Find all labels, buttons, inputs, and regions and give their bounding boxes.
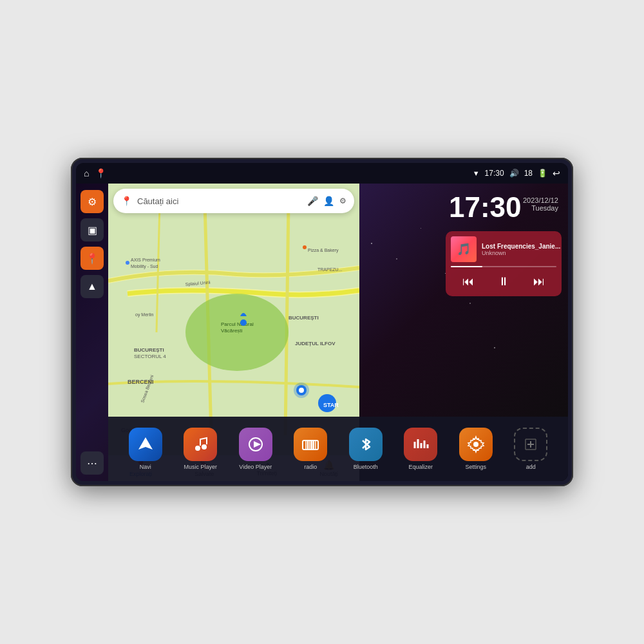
music-player-icon — [184, 428, 217, 461]
navi-icon — [129, 428, 162, 461]
svg-text:Parcul Natural: Parcul Natural — [221, 321, 254, 327]
sidebar-apps-icon[interactable]: ⋯ — [80, 451, 104, 475]
bluetooth-label: Bluetooth — [354, 464, 378, 470]
equalizer-icon — [404, 428, 437, 461]
volume-icon: 🔊 — [509, 169, 519, 178]
app-music-player[interactable]: Music Player — [184, 428, 217, 470]
album-art: 🎵 — [451, 236, 477, 262]
sidebar-files-icon[interactable]: ▣ — [80, 218, 104, 242]
radio-icon — [294, 428, 327, 461]
map-background[interactable]: Parcul Natural Văcărești BUCUREȘTI SECTO… — [108, 184, 359, 455]
music-info-row: 🎵 Lost Frequencies_Janie... Unknown — [451, 236, 556, 262]
sidebar-settings-icon[interactable]: ⚙ — [80, 190, 104, 213]
status-bar: ⌂ 📍 ▼ 17:30 🔊 18 🔋 ↩ — [76, 163, 568, 184]
svg-text:BUCUREȘTI: BUCUREȘTI — [289, 315, 319, 321]
clock-section: 17:30 2023/12/12 Tuesday — [439, 184, 568, 228]
status-right: ▼ 17:30 🔊 18 🔋 ↩ — [473, 168, 560, 178]
svg-text:BUCUREȘTI: BUCUREȘTI — [134, 347, 164, 353]
add-label: add — [526, 464, 536, 470]
video-player-label: Video Player — [239, 464, 272, 470]
music-title: Lost Frequencies_Janie... — [482, 243, 560, 250]
pause-button[interactable]: ⏸ — [493, 272, 515, 291]
svg-point-25 — [195, 446, 200, 451]
clock-date: 2023/12/12 Tuesday — [523, 196, 558, 212]
svg-text:TRAPEZU...: TRAPEZU... — [317, 267, 343, 272]
battery-icon: 🔋 — [538, 169, 547, 178]
svg-text:SECTORUL 4: SECTORUL 4 — [134, 354, 166, 359]
mic-icon[interactable]: 🎤 — [307, 196, 318, 206]
app-add[interactable]: add — [514, 428, 547, 470]
app-video-player[interactable]: Video Player — [239, 428, 272, 470]
svg-text:Văcărești: Văcărești — [221, 328, 243, 334]
app-equalizer[interactable]: Equalizer — [404, 428, 437, 470]
music-progress-fill — [451, 266, 482, 267]
add-icon — [514, 428, 547, 461]
music-text: Lost Frequencies_Janie... Unknown — [482, 243, 560, 256]
status-left: ⌂ 📍 — [84, 168, 106, 178]
svg-text:Mobility - Sud: Mobility - Sud — [131, 264, 158, 269]
sidebar-navi-icon[interactable]: ▲ — [80, 275, 104, 298]
equalizer-label: Equalizer — [408, 464, 433, 470]
screen: ⌂ 📍 ▼ 17:30 🔊 18 🔋 ↩ — [76, 163, 568, 481]
svg-text:STAR: STAR — [323, 402, 339, 408]
status-time: 17:30 — [485, 169, 504, 178]
main-content: ⚙ ▣ 📍 ▲ ⋯ 📍 Căutați aici 🎤 👤 ⚙ — [76, 184, 568, 481]
sidebar-maps-icon[interactable]: 📍 — [80, 247, 104, 270]
svg-text:oy Merlin: oy Merlin — [135, 312, 154, 317]
home-icon[interactable]: ⌂ — [84, 168, 89, 178]
music-controls: ⏮ ⏸ ⏭ — [451, 272, 556, 291]
car-head-unit: ⌂ 📍 ▼ 17:30 🔊 18 🔋 ↩ — [71, 158, 573, 486]
next-button[interactable]: ⏭ — [528, 272, 550, 291]
svg-point-26 — [202, 444, 207, 450]
radio-label: radio — [304, 464, 317, 470]
svg-text:JUDEȚUL ILFOV: JUDEȚUL ILFOV — [295, 341, 336, 346]
svg-marker-28 — [254, 441, 261, 448]
settings-icon — [459, 428, 493, 461]
prev-button[interactable]: ⏮ — [457, 272, 479, 291]
app-settings[interactable]: Settings — [459, 428, 493, 470]
svg-text:Pizza & Bakery: Pizza & Bakery — [308, 248, 339, 253]
profile-icon[interactable]: 👤 — [323, 196, 334, 206]
back-icon[interactable]: ↩ — [553, 168, 560, 178]
music-widget[interactable]: 🎵 Lost Frequencies_Janie... Unknown ⏮ ⏸ — [446, 231, 562, 296]
music-progress-bar[interactable] — [451, 266, 556, 267]
app-bluetooth[interactable]: Bluetooth — [349, 428, 383, 470]
bluetooth-icon — [349, 428, 383, 461]
maps-app-icon[interactable]: 📍 — [95, 168, 106, 178]
google-maps-icon: 📍 — [121, 196, 132, 206]
music-player-label: Music Player — [184, 464, 217, 470]
clock-time: 17:30 — [449, 193, 522, 222]
app-dock: Navi Music Player — [108, 417, 568, 481]
svg-text:AXIS Premium: AXIS Premium — [131, 258, 160, 262]
music-artist: Unknown — [482, 250, 560, 256]
svg-point-41 — [473, 442, 478, 447]
battery-level: 18 — [524, 169, 533, 178]
navi-label: Navi — [140, 464, 151, 470]
app-radio[interactable]: radio — [294, 428, 327, 470]
svg-point-15 — [303, 245, 307, 249]
video-player-icon — [239, 428, 272, 461]
wifi-icon: ▼ — [473, 169, 480, 177]
map-menu-icon[interactable]: ⚙ — [339, 196, 346, 205]
app-navi[interactable]: Navi — [129, 428, 162, 470]
svg-point-20 — [299, 388, 304, 393]
svg-point-13 — [126, 261, 129, 265]
map-search-bar[interactable]: 📍 Căutați aici 🎤 👤 ⚙ — [113, 189, 354, 213]
settings-label: Settings — [465, 464, 486, 470]
search-placeholder-text: Căutați aici — [137, 196, 302, 206]
left-sidebar: ⚙ ▣ 📍 ▲ ⋯ — [76, 184, 108, 481]
